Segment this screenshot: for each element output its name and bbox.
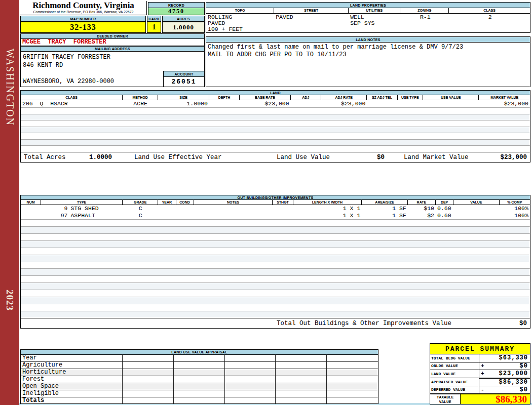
- out-buildings-column-header: VALUE: [453, 200, 499, 205]
- parcel-summary-value-wrap: -$0: [479, 386, 530, 394]
- out-buildings-empty-row: [21, 262, 530, 269]
- land-use-cell: [327, 355, 378, 361]
- out-buildings-column-header: GRADE: [123, 200, 158, 205]
- land-use-cell: [225, 362, 276, 369]
- out-buildings-cell: $2: [408, 212, 436, 219]
- parcel-summary-value-wrap: +$23,000: [479, 370, 530, 378]
- land-cell: [367, 100, 397, 107]
- out-buildings-cell: ASPHALT: [69, 212, 123, 219]
- county-title: Richmond County, Virginia: [20, 1, 146, 10]
- land-notes-header: LAND NOTES: [206, 36, 530, 43]
- land-use-cell: [174, 390, 225, 397]
- out-buildings-column-header: NUM: [21, 200, 41, 205]
- out-buildings-cell: 1 SF: [362, 212, 407, 219]
- parcel-summary-value-wrap: $86,330: [479, 378, 530, 386]
- out-buildings-cell: 9: [21, 205, 69, 212]
- land-use-cell: [276, 397, 327, 404]
- land-use-cell: [225, 376, 276, 383]
- land-empty-row: [21, 145, 530, 152]
- parcel-summary-sign: -: [479, 387, 485, 393]
- parcel-summary-row: OBLDG VALUE+$0: [430, 362, 530, 371]
- parcel-summary-row-label: OBLDG VALUE: [430, 362, 479, 370]
- out-buildings-cell: [194, 205, 273, 212]
- parcel-summary-row: TOTAL BLDG VALUE$63,330: [430, 354, 530, 362]
- parcel-summary-row: APPRAISED VALUE$86,330: [430, 378, 530, 386]
- parcel-summary-title: PARCEL SUMMARY: [430, 344, 530, 354]
- land-cell: 1.0000: [158, 100, 209, 107]
- out-buildings-cell: 0.60: [436, 205, 453, 212]
- land-column-header: USE VALUE: [423, 95, 479, 100]
- out-buildings-cell: [453, 212, 499, 219]
- land-cell: $23,000: [479, 100, 530, 107]
- lp-value-cell: [400, 26, 449, 32]
- out-buildings-row: 9STG SHEDC1 X 11 SF$100.60100%: [21, 205, 530, 212]
- land-market-value-label: Land Market Value: [404, 154, 469, 161]
- out-buildings-empty-row: [21, 268, 530, 275]
- land-column-header: ADJ: [291, 95, 321, 100]
- land-use-cell: [123, 362, 174, 369]
- land-use-cell: [123, 369, 174, 376]
- card-header: CARD: [147, 16, 161, 22]
- land-use-cell: [225, 369, 276, 376]
- land-column-header: SZ ADJ TBL: [367, 95, 397, 100]
- land-column-headers: CLASSMETHODSIZEDEPTHBASE RATEADJADJ RATE…: [21, 95, 530, 100]
- out-buildings-column-header: DEP: [436, 200, 453, 205]
- mail-line: GRIFFIN TRACEY FORRESTER: [23, 53, 204, 61]
- out-buildings-cell: 0.60: [436, 212, 453, 219]
- out-buildings-column-header: RATE: [408, 200, 436, 205]
- land-use-cell: [225, 355, 276, 361]
- land-use-appraisal-row: Totals: [21, 397, 378, 404]
- land-row: 206 Q HSACRACRE1.0000$23,000$23,000$23,0…: [21, 100, 530, 107]
- out-buildings-cell: [273, 205, 293, 212]
- out-buildings-empty-row: [21, 304, 530, 311]
- parcel-summary-row-label: TOTAL BLDG VALUE: [430, 354, 479, 362]
- land-use-value-label: Land Use Value: [277, 154, 330, 161]
- lp-column-header: CLASS: [449, 8, 530, 13]
- out-buildings-column-header: STHGT: [273, 200, 293, 205]
- out-buildings-cell: 100%: [500, 212, 530, 219]
- land-empty-row: [21, 107, 530, 114]
- land-use-cell: [276, 390, 327, 397]
- out-buildings-column-header: TYPE: [41, 200, 123, 205]
- map-number-header: MAP NUMBER: [20, 16, 146, 22]
- out-buildings-empty-row: [21, 311, 530, 318]
- parcel-summary-sign: +: [479, 363, 485, 369]
- land-cell: [423, 100, 479, 107]
- land-empty-rows: [21, 107, 530, 152]
- lp-value-cell: 2: [449, 14, 530, 20]
- land-use-row-label: Agriculture: [21, 362, 123, 369]
- land-use-row-label: Horticulture: [21, 369, 123, 376]
- out-buildings-empty-row: [21, 226, 530, 233]
- land-use-appraisal-section: LAND USE VALUE APPRAISAL YearAgriculture…: [20, 349, 378, 404]
- lp-value-cell: SEP SYS: [349, 20, 400, 26]
- land-use-cell: [327, 369, 378, 376]
- lp-value-cell: [274, 20, 349, 26]
- land-section-title: LAND: [20, 90, 530, 95]
- lp-value-cell: [349, 26, 400, 32]
- lp-value-cell: [274, 26, 349, 32]
- mail-line: 846 KENT RD: [23, 61, 204, 69]
- out-buildings-empty-row: [21, 248, 530, 255]
- land-use-cell: [225, 383, 276, 390]
- district-label: WASHINGTON: [4, 49, 16, 126]
- land-use-row-label: Forest: [21, 376, 123, 383]
- out-buildings-column-header: YEAR: [158, 200, 176, 205]
- out-buildings-column-header: COND: [176, 200, 194, 205]
- land-use-cell: [123, 355, 174, 361]
- out-buildings-empty-row: [21, 282, 530, 290]
- out-buildings-cell: [194, 212, 273, 219]
- land-use-cell: [276, 383, 327, 390]
- land-use-row-label: Year: [21, 355, 123, 361]
- land-use-cell: [327, 362, 378, 369]
- out-buildings-cell: [176, 205, 194, 212]
- out-buildings-cell: [176, 212, 194, 219]
- land-column-header: DEPTH: [209, 95, 240, 100]
- out-buildings-cell: C: [123, 212, 158, 219]
- parcel-summary-amount: $0: [485, 362, 530, 370]
- county-title-box: Richmond County, Virginia Commissioner o…: [20, 1, 147, 15]
- land-use-appraisal-row: Year: [21, 355, 378, 361]
- out-buildings-section: OUT BUILDINGS/OTHER IMPROVEMENTS NUMTYPE…: [20, 195, 530, 329]
- out-buildings-column-header: % COMP: [500, 200, 530, 205]
- land-use-row-label: Open Space: [21, 383, 123, 390]
- parcel-summary-amount: $23,000: [485, 370, 530, 377]
